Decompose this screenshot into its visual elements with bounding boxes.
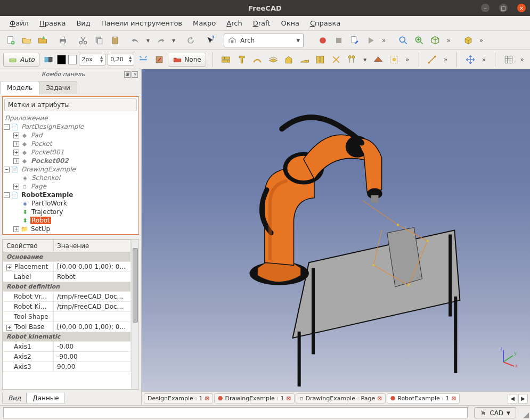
prop-header-name[interactable]: Свойство — [3, 240, 54, 252]
cut-icon[interactable] — [76, 33, 91, 48]
tab-scroll-right-icon[interactable]: ▶ — [518, 394, 528, 403]
expand-icon[interactable]: − — [4, 192, 10, 198]
prop-row[interactable]: Axis390,00 — [3, 362, 131, 372]
part-overflow-icon[interactable]: » — [477, 37, 486, 44]
save-file-icon[interactable] — [35, 33, 50, 48]
arch-floor-icon[interactable] — [266, 52, 280, 67]
draft-move-icon[interactable] — [463, 52, 477, 67]
edit-macro-icon[interactable] — [347, 33, 362, 48]
tab-close-icon[interactable]: ⊠ — [287, 396, 291, 401]
prop-row[interactable]: Robot Vr.../tmp/FreeCAD_Doc... — [3, 292, 131, 302]
expand-icon[interactable]: + — [13, 150, 19, 155]
menu-file[interactable]: Файл — [5, 17, 33, 29]
menu-help[interactable]: Справка — [306, 17, 345, 29]
zoom-in-icon[interactable] — [412, 33, 427, 48]
zoom-fit-icon[interactable] — [396, 33, 411, 48]
arch-axis-icon[interactable] — [345, 52, 359, 67]
whatsthis-icon[interactable]: ? — [203, 33, 218, 48]
arch-section-icon[interactable] — [329, 52, 343, 67]
tab-tasks[interactable]: Задачи — [39, 81, 77, 94]
tab-close-icon[interactable]: ⊠ — [452, 396, 456, 401]
tree-item-page[interactable]: +▫Page — [4, 182, 137, 191]
resize-grip-icon[interactable]: ◢ — [519, 406, 530, 420]
python-console-input[interactable] — [3, 407, 468, 418]
tree-item-pocket[interactable]: +◆Pocket — [4, 139, 137, 148]
arch-rebar-icon[interactable] — [251, 52, 265, 67]
tree-item-pad[interactable]: +◆Pad — [4, 131, 137, 139]
doc-tab-page[interactable]: ▫DrawingExample : Page⊠ — [296, 393, 386, 403]
undo-dropdown-icon[interactable]: ▾ — [144, 37, 152, 44]
tree-item-robot[interactable]: ⬍Robot — [4, 216, 137, 225]
expand-icon[interactable]: − — [4, 124, 10, 130]
tree-item-setup[interactable]: +📁SetUp — [4, 225, 137, 233]
3d-canvas[interactable]: x y z — [142, 69, 530, 391]
expand-icon[interactable]: + — [13, 184, 19, 190]
arch-wall-icon[interactable] — [219, 52, 233, 67]
titlebar[interactable]: FreeCAD – □ × — [0, 0, 530, 16]
scale-spinner[interactable]: 0,20▲▼ — [108, 54, 134, 65]
tab-close-icon[interactable]: ⊠ — [205, 396, 209, 401]
prop-row[interactable]: Axis1-0,00 — [3, 342, 131, 352]
arch-overflow-icon[interactable]: » — [403, 56, 412, 63]
prop-row[interactable]: Robot Kin.../tmp/FreeCAD_Doc... — [3, 302, 131, 312]
construction-mode-icon[interactable] — [136, 52, 150, 67]
tree-item-trajectory[interactable]: ⬍Trajectory — [4, 208, 137, 216]
view-overflow-icon[interactable]: » — [444, 37, 453, 44]
tree-item-drawing[interactable]: −📄DrawingExample — [4, 165, 137, 174]
expand-icon[interactable]: − — [4, 167, 10, 172]
refresh-icon[interactable] — [183, 33, 198, 48]
tree-item-parttowork[interactable]: ◈PartToWork — [4, 199, 137, 208]
tab-view[interactable]: Вид — [2, 393, 27, 404]
labels-attributes-header[interactable]: Метки и атрибуты — [4, 98, 137, 111]
menu-edit[interactable]: Правка — [35, 17, 70, 29]
doc-tab-drawing[interactable]: ⬣DrawingExample : 1⊠ — [214, 393, 295, 403]
prop-row[interactable]: Tool Shape — [3, 312, 131, 322]
menu-arch[interactable]: Arch — [222, 17, 246, 29]
tree-item-schenkel[interactable]: ◈Schenkel — [4, 174, 137, 182]
open-file-icon[interactable] — [19, 33, 34, 48]
prop-row[interactable]: +Tool Base[(0,00 0,00 1,00); 0,... — [3, 322, 131, 332]
menu-draft[interactable]: Draft — [249, 17, 275, 29]
prop-row[interactable]: +Placement[(0,00 0,00 1,00); 0,... — [3, 262, 131, 272]
tab-data[interactable]: Данные — [27, 393, 64, 404]
move-overflow-icon[interactable]: » — [479, 56, 488, 63]
expand-icon[interactable]: + — [6, 325, 12, 331]
expand-icon[interactable]: + — [13, 226, 19, 232]
dock-close-icon[interactable]: × — [132, 71, 138, 78]
run-macro-icon[interactable] — [363, 33, 378, 48]
nav-style-button[interactable]: 🖱 CAD ▼ — [474, 407, 516, 418]
doc-tab-robot[interactable]: ⬣RobotExample : 1⊠ — [387, 393, 460, 403]
arch-site-icon[interactable] — [298, 52, 312, 67]
arch-roof-icon[interactable] — [371, 52, 385, 67]
copy-icon[interactable] — [92, 33, 107, 48]
arch-building-icon[interactable] — [282, 52, 296, 67]
tree-item-robotexample[interactable]: −📄RobotExample — [4, 191, 137, 199]
arch-structure-icon[interactable] — [235, 52, 249, 67]
tab-close-icon[interactable]: ⊠ — [377, 396, 381, 401]
draft-line-icon[interactable] — [426, 52, 439, 67]
apply-style-icon[interactable] — [152, 52, 166, 67]
paste-icon[interactable] — [108, 33, 123, 48]
new-file-icon[interactable] — [3, 33, 18, 48]
line-width-spinner[interactable]: 2px▲▼ — [79, 54, 105, 65]
prop-row[interactable]: Axis2-90,00 — [3, 352, 131, 362]
expand-icon[interactable]: + — [13, 141, 19, 147]
menu-windows[interactable]: Окна — [276, 17, 304, 29]
redo-icon[interactable] — [153, 33, 168, 48]
arch-window-icon[interactable] — [314, 52, 328, 67]
tab-scroll-left-icon[interactable]: ◀ — [508, 394, 517, 403]
autogroup-button[interactable]: None — [168, 53, 206, 67]
doc-tab-design[interactable]: DesignExample : 1⊠ — [144, 393, 213, 403]
redo-dropdown-icon[interactable]: ▾ — [169, 37, 178, 44]
arch-space-icon[interactable] — [387, 52, 401, 67]
close-button[interactable]: × — [517, 4, 526, 12]
tree-item-partdesign[interactable]: −📄PartDesignExample — [4, 122, 137, 131]
auto-plane-button[interactable]: Auto — [3, 53, 39, 67]
tree-item-pocket002[interactable]: +◆Pocket002 — [4, 157, 137, 165]
tree-root-app[interactable]: Приложение — [4, 114, 137, 122]
menu-view[interactable]: Вид — [72, 17, 94, 29]
box-icon[interactable] — [461, 33, 476, 48]
line-color-swatch[interactable] — [57, 55, 66, 64]
expand-icon[interactable]: + — [13, 133, 19, 138]
arch-axis-overflow-icon[interactable]: ▾ — [361, 56, 369, 63]
